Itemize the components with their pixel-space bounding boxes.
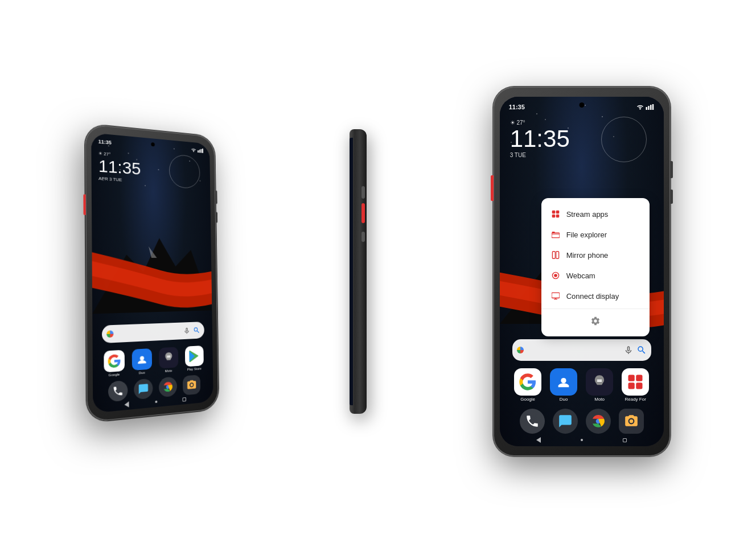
webcam-icon (550, 270, 561, 281)
app-playstore-left[interactable]: Play Store (185, 345, 204, 371)
file-explorer-icon (550, 229, 561, 240)
svg-rect-31 (636, 375, 642, 381)
svg-point-6 (140, 356, 144, 361)
connect-display-label: Connect display (566, 292, 619, 301)
app-moto-right[interactable]: Moto (586, 368, 613, 402)
app-label-readyfor-right: Ready For (624, 397, 646, 402)
app-label-moto-left: Moto (165, 369, 172, 373)
phone-right-container: 11:35 ☀ 27° 11:35 3 TUE (494, 87, 670, 456)
mirror-phone-label: Mirror phone (566, 251, 609, 260)
app-label-google-right: Google (520, 397, 535, 402)
mic-icon-right (623, 345, 634, 355)
main-scene: 11:35 ☀ 27° 11:35 APR 3 TUE (0, 0, 756, 543)
svg-point-35 (629, 419, 633, 423)
dock-messages-left[interactable] (134, 379, 153, 400)
app-duo-left[interactable]: Duo (132, 348, 152, 375)
svg-rect-5 (202, 149, 203, 153)
svg-rect-26 (552, 293, 560, 298)
nav-bar-right (500, 437, 664, 443)
connect-display-icon (550, 291, 561, 301)
camera-punch-hole-right (579, 102, 584, 108)
webcam-label: Webcam (566, 272, 595, 280)
left-volume-button (84, 194, 86, 215)
svg-rect-17 (552, 215, 555, 218)
svg-rect-19 (552, 233, 560, 237)
side-screen-edge (350, 138, 353, 405)
dock-chrome-left[interactable] (159, 376, 177, 397)
clock-time-left: 11:35 (98, 157, 141, 178)
svg-rect-2 (198, 150, 199, 153)
back-button-left[interactable] (124, 401, 129, 408)
phone-left-screen: 11:35 ☀ 27° 11:35 APR 3 TUE (92, 133, 214, 413)
svg-point-29 (561, 378, 566, 383)
gear-icon (590, 316, 601, 326)
app-duo-right[interactable]: Duo (550, 368, 577, 402)
home-button-left[interactable] (155, 401, 157, 403)
svg-rect-4 (201, 149, 202, 153)
right-vol-button (215, 191, 217, 204)
app-readyfor-right[interactable]: Ready For (622, 368, 649, 402)
right-power-button (216, 212, 218, 223)
recents-button-right[interactable] (623, 438, 627, 442)
side-red-button (361, 203, 365, 223)
clock-temp-right: ☀ 27° (510, 120, 570, 126)
svg-rect-18 (556, 215, 559, 218)
svg-point-8 (190, 384, 193, 386)
dock-phone-right[interactable] (520, 409, 545, 434)
menu-item-file-explorer[interactable]: File explorer (541, 224, 650, 245)
app-google-left[interactable]: Google (104, 350, 125, 377)
lens-icon-right (636, 345, 647, 355)
svg-rect-33 (636, 382, 642, 389)
side-gray-button-2 (361, 232, 365, 242)
app-google-right[interactable]: Google (514, 368, 541, 402)
mic-icon-left (183, 327, 191, 335)
mirror-phone-icon (550, 250, 561, 260)
ready-for-menu: Stream apps File explorer (541, 198, 650, 336)
phone-right-screen: 11:35 ☀ 27° 11:35 3 TUE (500, 97, 664, 446)
app-moto-left[interactable]: Moto (159, 347, 178, 373)
dock-phone-left[interactable] (108, 380, 128, 402)
svg-rect-20 (552, 232, 554, 233)
svg-rect-22 (556, 252, 558, 259)
home-button-right[interactable] (581, 439, 583, 441)
menu-item-stream-apps[interactable]: Stream apps (541, 204, 650, 224)
right-phone-vol-btn (670, 161, 673, 178)
search-bar-right[interactable] (512, 339, 651, 361)
app-label-moto-right: Moto (594, 397, 605, 402)
svg-point-25 (554, 274, 557, 277)
app-label-playstore-left: Play Store (187, 367, 202, 371)
search-bar-left[interactable] (102, 322, 204, 343)
menu-divider (541, 308, 650, 309)
phone-side-view (350, 129, 367, 414)
dock-chrome-right[interactable] (586, 409, 611, 434)
menu-item-webcam[interactable]: Webcam (541, 265, 650, 286)
stream-apps-icon (550, 209, 561, 219)
circle-decoration-right (601, 117, 647, 162)
clock-date-right: 3 TUE (510, 152, 570, 158)
svg-rect-13 (650, 105, 652, 110)
wallpaper-right: 11:35 ☀ 27° 11:35 3 TUE (500, 97, 664, 446)
google-g-icon-left (106, 330, 113, 338)
menu-item-connect-display[interactable]: Connect display (541, 286, 650, 306)
wallpaper: 11:35 ☀ 27° 11:35 APR 3 TUE (92, 133, 214, 413)
dock-camera-right[interactable] (619, 409, 644, 434)
apps-row-right: Google Duo (500, 368, 664, 402)
dock-row-right (500, 409, 664, 434)
menu-item-mirror-phone[interactable]: Mirror phone (541, 245, 650, 265)
svg-rect-30 (628, 375, 635, 381)
clock-time-right: 11:35 (510, 127, 570, 151)
phone-side-container (350, 129, 367, 414)
clock-widget-left: ☀ 27° 11:35 APR 3 TUE (98, 151, 141, 184)
app-label-duo-right: Duo (560, 397, 568, 402)
right-phone-left-btn (491, 175, 494, 201)
file-explorer-label: File explorer (566, 231, 607, 239)
app-label-duo-left: Duo (139, 371, 145, 375)
dock-messages-right[interactable] (553, 409, 578, 434)
dock-camera-left[interactable] (183, 375, 200, 395)
back-button-right[interactable] (536, 437, 541, 443)
svg-rect-21 (552, 252, 555, 259)
recents-button-left[interactable] (182, 397, 186, 402)
app-label-google-left: Google (109, 373, 120, 377)
phone-left-container: 11:35 ☀ 27° 11:35 APR 3 TUE (86, 129, 223, 414)
menu-settings-button[interactable] (541, 311, 650, 331)
